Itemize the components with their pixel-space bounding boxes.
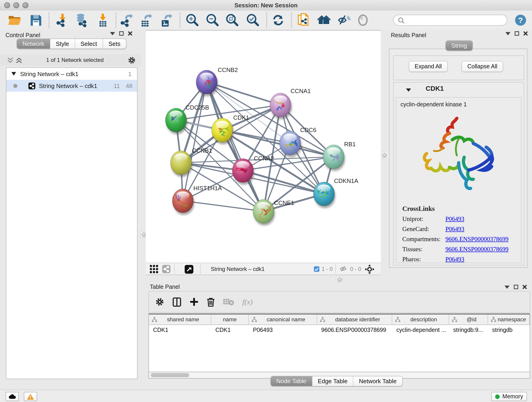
export-network-button[interactable] [119, 13, 134, 27]
string-network-graph: CCNB2CCNA1CDC25BCDK1CDC6RB1CCNB1CCNA2CDK… [146, 31, 381, 263]
share-document-button[interactable] [297, 13, 311, 27]
close-panel-icon[interactable] [523, 31, 528, 36]
table-settings-gear-icon[interactable] [155, 298, 164, 306]
bottom-splitter[interactable] [146, 275, 532, 283]
node-CDC6: CDC6 [279, 127, 317, 157]
help-button[interactable]: ? [513, 13, 528, 27]
tab-edge-table[interactable]: Edge Table [312, 376, 353, 386]
show-columns-icon[interactable] [172, 297, 181, 306]
section-disclosure-icon[interactable] [406, 88, 411, 92]
import-table-file-button[interactable] [95, 13, 110, 27]
export-table-button[interactable] [138, 13, 153, 27]
collection-disclosure-icon[interactable] [12, 72, 16, 76]
tab-node-table[interactable]: Node Table [271, 376, 312, 386]
selected-checkbox[interactable] [314, 266, 319, 273]
expand-all-icon[interactable] [16, 57, 22, 63]
warning-status-button[interactable] [24, 392, 37, 401]
collapse-all-button[interactable]: Collapse All [462, 61, 503, 72]
panel-menu-icon[interactable] [505, 32, 510, 35]
panel-menu-icon[interactable] [505, 285, 510, 289]
close-panel-icon[interactable] [522, 285, 527, 289]
crosslink-link[interactable]: 9606.ENSP00000378699 [445, 246, 508, 253]
expand-all-button[interactable]: Expand All [409, 61, 448, 72]
network-row-selected[interactable]: String Network – cdk1 11 48 [6, 80, 137, 92]
tab-sets[interactable]: Sets [102, 39, 126, 49]
node-table[interactable]: shared namenamecanonical namedatabase id… [148, 313, 530, 372]
birdseye-toggle-button[interactable] [365, 264, 374, 275]
show-all-button[interactable] [355, 13, 370, 27]
column-header-sharedname[interactable]: shared name [149, 314, 211, 325]
import-network-file-button[interactable] [55, 13, 70, 27]
memory-button[interactable]: Memory [491, 392, 527, 401]
title-bar: Session: New Session [0, 0, 532, 11]
network-canvas[interactable]: CCNB2CCNA1CDC25BCDK1CDC6RB1CCNB1CCNA2CDK… [146, 30, 381, 263]
float-panel-icon[interactable] [514, 285, 518, 289]
export-image-icon [159, 13, 173, 27]
cloud-icon [8, 394, 16, 399]
tab-network[interactable]: Network [17, 39, 50, 49]
close-panel-icon[interactable] [128, 31, 133, 36]
search-icon [398, 17, 405, 24]
hide-unselected-button[interactable] [336, 13, 351, 27]
share-view-button[interactable] [162, 265, 171, 274]
export-view-button[interactable] [185, 265, 193, 275]
crosslink-link[interactable]: P06493 [445, 216, 464, 223]
viewbar-divider [200, 264, 201, 274]
crosslink-link[interactable]: 9606.ENSP00000378699 [445, 236, 508, 243]
float-panel-icon[interactable] [119, 31, 124, 36]
cloud-status-button[interactable] [6, 392, 19, 401]
string-home-button[interactable] [317, 13, 331, 27]
column-source-icon [491, 317, 496, 322]
zoom-selected-icon [246, 13, 260, 27]
zoom-fit-button[interactable] [225, 13, 240, 27]
gene-name: CDK1 [426, 85, 444, 92]
column-source-icon [252, 317, 257, 322]
tab-style[interactable]: Style [50, 39, 75, 49]
crosslinks-heading: CrossLinks [402, 205, 521, 213]
column-header-id[interactable]: @id [449, 314, 488, 325]
left-splitter[interactable] [141, 30, 146, 390]
zoom-out-button[interactable] [205, 13, 220, 27]
crosslink-link[interactable]: P06493 [445, 225, 464, 233]
tab-network-table[interactable]: Network Table [353, 376, 402, 386]
hidden-toggle[interactable] [340, 265, 347, 274]
open-session-button[interactable] [7, 13, 22, 27]
column-header-databaseidentifier[interactable]: database identifier [317, 314, 392, 325]
cell-description: cyclin-dependent ... [392, 325, 449, 335]
collapse-all-icon[interactable] [7, 57, 13, 63]
zoom-selected-button[interactable] [246, 13, 260, 27]
gene-description: cyclin-dependent kinase 1 [400, 101, 521, 108]
refresh-view-button[interactable] [271, 13, 285, 27]
refresh-icon [272, 14, 285, 27]
grid-view-button[interactable] [150, 265, 158, 274]
column-header-namespace[interactable]: namespace [488, 314, 530, 325]
add-column-icon[interactable] [190, 298, 198, 306]
float-panel-icon[interactable] [515, 31, 519, 36]
right-splitter[interactable] [381, 30, 387, 275]
export-image-button[interactable] [158, 13, 173, 27]
network-collection-row[interactable]: String Network – cdk1 1 [6, 68, 137, 80]
save-session-button[interactable] [28, 13, 43, 27]
splitter-handle [336, 276, 343, 283]
column-header-name[interactable]: name [211, 314, 249, 325]
node-label-CCNA2: CCNA2 [254, 155, 274, 162]
search-field[interactable] [393, 15, 507, 26]
zoom-in-button[interactable] [185, 13, 200, 27]
table-row[interactable]: CDK1CDK1P064939606.ENSP00000378699cyclin… [149, 325, 530, 335]
gear-icon[interactable] [128, 56, 136, 64]
document-share-icon [298, 13, 310, 27]
tab-string[interactable]: String [446, 41, 472, 51]
panel-menu-icon[interactable] [110, 32, 115, 35]
crosslink-link[interactable]: P06493 [445, 256, 464, 263]
column-header-canonicalname[interactable]: canonical name [249, 314, 317, 325]
import-network-database-button[interactable] [74, 13, 89, 27]
crosslink-row: Pharos:P06493 [402, 256, 521, 263]
search-input[interactable] [407, 16, 505, 25]
hidden-count: 0 - 0 [350, 266, 361, 272]
tab-select[interactable]: Select [75, 39, 102, 49]
export-network-icon [120, 13, 133, 27]
column-header-description[interactable]: description [392, 314, 449, 325]
delete-column-trash-icon[interactable] [207, 297, 215, 306]
node-label-HIST1H1A: HIST1H1A [193, 185, 222, 191]
column-source-icon [452, 317, 457, 322]
